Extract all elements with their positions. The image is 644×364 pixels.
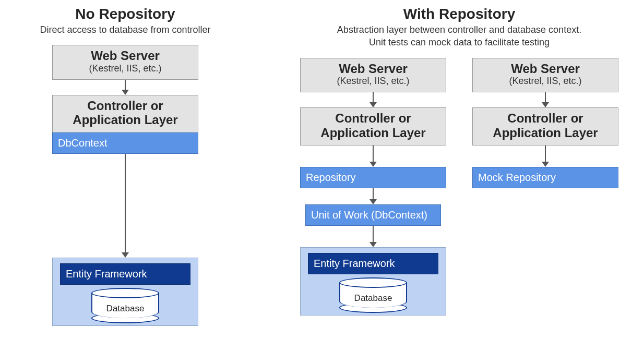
ef-db-container: Entity Framework Database [300,247,446,316]
webserver-title: Web Server [306,62,440,76]
webserver-sub: (Kestrel, IIS, etc.) [478,76,613,87]
left-flow: Web Server (Kestrel, IIS, etc.) Controll… [52,45,198,326]
controller-line2: Application Layer [58,113,193,127]
repository-box: Repository [300,167,446,188]
database-label: Database [339,293,407,304]
left-heading: No Repository Direct access to database … [40,5,210,35]
flow-b: Web Server (Kestrel, IIS, etc.) Controll… [472,58,618,189]
webserver-sub: (Kestrel, IIS, etc.) [58,63,193,74]
arrow-icon [369,226,377,247]
database-icon: Database [91,288,159,323]
webserver-title: Web Server [478,62,613,76]
controller-box: Controller or Application Layer [472,107,618,145]
arrow-icon [369,188,377,204]
arrow-icon [122,154,129,258]
left-title: No Repository [40,5,210,23]
controller-line1: Controller or [306,111,440,126]
ef-label: Entity Framework [314,258,395,269]
database-icon: Database [339,277,407,313]
left-column: No Repository Direct access to database … [16,5,235,326]
mock-repository-label: Mock Repository [478,172,556,183]
arrow-icon [122,80,129,95]
webserver-box: Web Server (Kestrel, IIS, etc.) [472,58,618,93]
repository-label: Repository [306,172,356,183]
unit-of-work-box: Unit of Work (DbContext) [305,204,441,226]
ef-box: Entity Framework [60,263,190,285]
arrow-icon [369,92,377,107]
webserver-box: Web Server (Kestrel, IIS, etc.) [300,58,446,93]
arrow-icon [542,92,549,107]
right-heading: With Repository Abstraction layer betwee… [337,5,581,48]
controller-line1: Controller or [58,99,193,113]
webserver-box: Web Server (Kestrel, IIS, etc.) [52,45,198,80]
flow-a: Web Server (Kestrel, IIS, etc.) Controll… [300,58,446,316]
webserver-sub: (Kestrel, IIS, etc.) [306,76,440,87]
dbcontext-label: DbContext [58,137,108,149]
database-label: Database [91,304,159,314]
dbcontext-box: DbContext [52,132,198,154]
controller-line2: Application Layer [478,126,613,140]
controller-line2: Application Layer [306,126,440,140]
ef-db-container: Entity Framework Database [52,258,198,326]
left-subtitle: Direct access to database from controlle… [40,24,210,36]
right-subtitle-1: Abstraction layer between controller and… [337,24,581,36]
arrow-icon [369,145,377,167]
mock-repository-box: Mock Repository [472,167,618,188]
ef-box: Entity Framework [308,253,438,274]
arrow-icon [542,145,549,167]
right-column: With Repository Abstraction layer betwee… [282,5,637,316]
controller-box: Controller or Application Layer [52,95,198,133]
ef-label: Entity Framework [66,268,147,280]
unit-of-work-label: Unit of Work (DbContext) [311,209,427,221]
right-title: With Repository [337,5,581,23]
right-flows-row: Web Server (Kestrel, IIS, etc.) Controll… [300,58,618,316]
controller-box: Controller or Application Layer [300,107,446,145]
right-subtitle-2: Unit tests can mock data to facilitate t… [337,37,581,48]
webserver-title: Web Server [58,48,193,63]
controller-line1: Controller or [478,111,613,126]
